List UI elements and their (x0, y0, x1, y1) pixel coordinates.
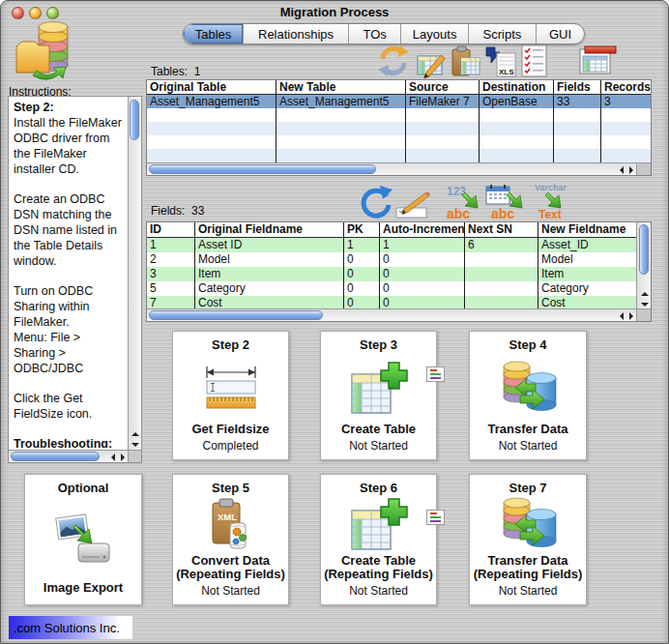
step-card-create-table-repeating[interactable]: Step 6 Create Table (Repeating Fields) N… (320, 474, 437, 605)
tab-tables[interactable]: Tables (184, 24, 244, 44)
transfer-data-icon[interactable] (497, 352, 559, 423)
table-row-empty[interactable] (147, 108, 651, 122)
checklist-icon[interactable] (520, 44, 548, 82)
edit-field-icon[interactable] (395, 190, 438, 223)
scroll-down-arrow[interactable] (131, 443, 139, 447)
scroll-right-arrow[interactable] (629, 312, 633, 320)
date-to-text-icon[interactable]: abc (484, 183, 527, 225)
scroll-left-arrow[interactable] (620, 166, 624, 174)
column-header[interactable]: Destination (480, 80, 554, 94)
image-export-icon[interactable] (54, 495, 112, 581)
export-xls-icon[interactable]: XLS (484, 45, 517, 82)
table-row-empty[interactable] (147, 135, 651, 149)
step-name: Image Export (44, 581, 123, 596)
scroll-left-arrow[interactable] (111, 454, 115, 461)
column-header[interactable]: Records (601, 80, 651, 94)
column-header[interactable]: Next SN (465, 222, 538, 237)
scroll-up-arrow[interactable] (641, 292, 649, 296)
instructions-horizontal-scrollbar[interactable] (9, 450, 128, 462)
field-row[interactable]: 7 Cost 0 0 Cost (147, 296, 636, 308)
scrollbar-thumb[interactable] (149, 310, 323, 320)
refresh-icon[interactable] (376, 44, 411, 81)
cell: Item (538, 267, 636, 281)
xls-label: XLS (499, 68, 514, 76)
step-name: Create Table (341, 423, 416, 437)
table-row-empty[interactable] (147, 122, 651, 135)
scrollbar-corner (636, 162, 651, 175)
scrollbar-thumb[interactable] (639, 224, 649, 275)
table-details-icon[interactable] (579, 45, 620, 80)
field-row[interactable]: 3 Item 0 0 Item (147, 267, 636, 281)
step-subname: (Repeating Fields) (324, 568, 433, 582)
varchar-to-text-icon[interactable]: Varchar Text (531, 181, 577, 225)
cell: 0 (380, 252, 465, 267)
scroll-left-arrow[interactable] (620, 312, 624, 320)
paste-table-icon[interactable] (451, 45, 480, 82)
step-status: Not Started (201, 584, 260, 598)
column-header[interactable]: PK (344, 222, 380, 237)
column-header[interactable]: Original Table (147, 80, 276, 94)
tab-gui[interactable]: GUI (537, 24, 584, 44)
field-row[interactable]: 5 Category 0 0 Category (147, 281, 636, 296)
cell: 3 (147, 267, 195, 281)
tables-grid: Original Table New Table Source Destinat… (146, 79, 652, 176)
column-header[interactable]: Original Fieldname (195, 222, 344, 237)
refresh-fields-icon[interactable] (357, 184, 393, 224)
cell: Cost (195, 296, 344, 308)
scrollbar-thumb[interactable] (11, 452, 100, 461)
instructions-paragraph: Click the Get FieldSize icon. (14, 391, 125, 422)
window-title: Migration Process (1, 5, 668, 19)
cell: Asset_ID (538, 238, 636, 252)
tab-relationships[interactable]: Relationships (244, 24, 349, 44)
step-card-create-table[interactable]: Step 3 Create Table Not Started (320, 331, 437, 460)
scroll-up-arrow[interactable] (131, 432, 139, 436)
brand-text: .com Solutions Inc. (14, 621, 120, 635)
step-card-image-export[interactable]: Optional Image Export (24, 474, 142, 605)
create-table-icon[interactable] (350, 352, 408, 423)
cell (465, 281, 538, 296)
instructions-paragraph: Create an ODBC DSN matching the DSN name… (14, 191, 125, 269)
cell: 1 (147, 238, 195, 252)
column-header[interactable]: Source (406, 80, 480, 94)
edit-table-icon[interactable] (417, 48, 448, 82)
number-to-text-icon[interactable]: 123 abc (442, 183, 482, 225)
fields-vertical-scrollbar[interactable] (636, 222, 651, 308)
step-card-transfer-data-repeating[interactable]: Step 7 Transfer Data (Repe (469, 474, 587, 605)
column-header[interactable]: Auto-Increment (380, 222, 465, 237)
column-header[interactable]: New Table (276, 80, 406, 94)
step-card-get-fieldsize[interactable]: Step 2 Get Fieldsize Completed (172, 331, 289, 460)
scroll-down-arrow[interactable] (641, 303, 649, 307)
fields-horizontal-scrollbar[interactable] (147, 308, 636, 321)
step-card-transfer-data[interactable]: Step 4 Transfer Data (469, 331, 587, 460)
scrollbar-corner (636, 308, 651, 321)
tables-horizontal-scrollbar[interactable] (147, 162, 636, 175)
scrollbar-thumb[interactable] (130, 100, 139, 140)
tab-scripts[interactable]: Scripts (469, 24, 537, 44)
transfer-data-icon[interactable] (497, 495, 559, 554)
scroll-right-arrow[interactable] (121, 454, 125, 461)
fieldsize-measure-icon[interactable] (201, 352, 261, 423)
tab-layouts[interactable]: Layouts (401, 24, 469, 44)
table-row-empty[interactable] (147, 149, 651, 162)
instructions-paragraph: Install the FileMaker ODBC driver from t… (14, 115, 125, 177)
field-row[interactable]: 2 Model 0 0 Model (147, 252, 636, 267)
column-header[interactable]: Fields (554, 80, 601, 94)
instructions-vertical-scrollbar[interactable] (128, 97, 141, 450)
step-title: Step 5 (212, 481, 249, 495)
scrollbar-corner (128, 450, 141, 462)
step-card-convert-data[interactable]: Step 5 XML Convert Data (Repeating Field… (172, 474, 289, 605)
field-row[interactable]: 1 Asset ID 1 1 6 Asset_ID (147, 238, 636, 252)
column-header[interactable]: New Fieldname (538, 222, 636, 237)
cell: Model (195, 252, 344, 267)
create-table-icon[interactable] (350, 495, 408, 554)
fields-count: 33 (191, 204, 204, 218)
step-name: Get Fieldsize (191, 423, 269, 437)
step-title: Step 4 (509, 337, 546, 352)
convert-data-xml-icon[interactable]: XML (206, 495, 256, 554)
column-header[interactable]: ID (147, 222, 195, 237)
scrollbar-thumb[interactable] (149, 164, 376, 174)
cell: 0 (344, 281, 380, 296)
tab-tos[interactable]: TOs (349, 24, 401, 44)
scroll-right-arrow[interactable] (629, 166, 633, 174)
table-row-selected[interactable]: Asset_Management5 Asset_Management5 File… (147, 95, 651, 108)
